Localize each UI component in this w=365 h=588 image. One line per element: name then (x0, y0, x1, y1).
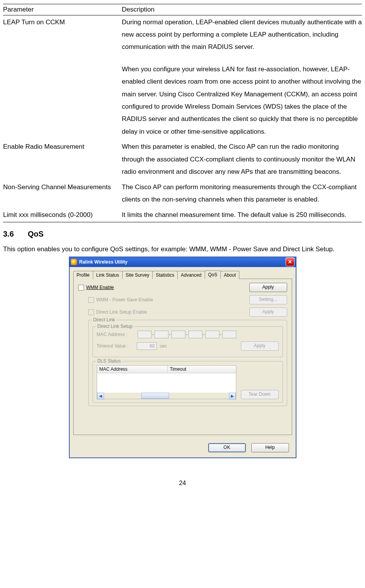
param-desc: During normal operation, LEAP-enabled cl… (122, 15, 362, 140)
direct-link-setup-group: Direct Link Setup MAC Address : - - - - … (93, 326, 283, 357)
direct-link-group: Direct Link Direct Link Setup MAC Addres… (88, 320, 287, 406)
wmm-enable-label: WMM Enable (86, 285, 114, 290)
param-desc: It limits the channel measurement time. … (122, 208, 362, 222)
param-desc: When this parameter is enabled, the Cisc… (122, 140, 362, 180)
tab-link-status[interactable]: Link Status (93, 271, 123, 279)
app-icon (71, 259, 77, 265)
parameter-table: Parameter Description LEAP Turn on CCKM … (3, 4, 362, 222)
table-row: Enable Radio Measurement When this param… (3, 140, 362, 180)
param-name: Non-Serving Channel Measurements (3, 180, 122, 208)
scroll-right-icon[interactable]: ▶ (229, 393, 236, 400)
timeout-label: Timeout Value : (97, 343, 137, 349)
table-row: Non-Serving Channel Measurements The Cis… (3, 180, 362, 208)
tab-advanced[interactable]: Advanced (177, 271, 205, 279)
table-row: LEAP Turn on CCKM During normal operatio… (3, 15, 362, 140)
tab-statistics[interactable]: Statistics (152, 271, 178, 279)
col-timeout: Timeout (168, 366, 236, 373)
th-description: Description (122, 4, 362, 15)
dls-status-table: MAC Address Timeout ◀ ▶ (97, 365, 236, 399)
col-mac-address: MAC Address (97, 366, 168, 373)
dialog-title: Ralink Wireless Utility (79, 259, 128, 265)
dls-enable-checkbox (88, 309, 94, 315)
tab-profile[interactable]: Profile (73, 271, 93, 279)
param-name: Enable Radio Measurement (3, 140, 122, 180)
apply-button-2: Apply (249, 307, 287, 317)
tab-qos[interactable]: QoS (205, 270, 221, 279)
dls-enable-label: Direct Link Setup Enable (96, 309, 147, 315)
dls-status-group: DLS Status MAC Address Timeout ◀ (93, 361, 283, 403)
mac-field-6 (222, 331, 236, 338)
section-intro: This option enables you to configure QoS… (3, 244, 362, 255)
tab-about[interactable]: About (220, 271, 239, 279)
dialog-titlebar: Ralink Wireless Utility ✕ (69, 257, 296, 267)
th-parameter: Parameter (3, 4, 122, 15)
tab-strip: Profile Link Status Site Survey Statisti… (73, 270, 292, 279)
timeout-field: 60 (137, 342, 157, 350)
ralink-utility-dialog: Ralink Wireless Utility ✕ Profile Link S… (69, 257, 296, 458)
param-name: LEAP Turn on CCKM (3, 15, 122, 140)
page-number: 24 (3, 477, 362, 489)
mac-address-label: MAC Address : (97, 332, 137, 337)
scroll-thumb[interactable] (141, 393, 169, 399)
wmm-ps-label: WMM - Power Save Enable (96, 297, 153, 302)
apply-button[interactable]: Apply (249, 283, 287, 292)
tear-down-button: Tear Down (241, 390, 279, 399)
ok-button[interactable]: OK (208, 443, 246, 452)
wmm-ps-checkbox (88, 297, 94, 303)
close-icon[interactable]: ✕ (286, 257, 294, 266)
horizontal-scrollbar[interactable]: ◀ ▶ (97, 393, 236, 399)
mac-field-3 (172, 331, 185, 338)
mac-field-4 (188, 331, 202, 338)
param-name: Limit xxx milliseconds (0-2000) (3, 208, 122, 222)
tab-site-survey[interactable]: Site Survey (122, 271, 153, 279)
mac-field-5 (205, 331, 219, 338)
setting-button: Setting... (249, 295, 287, 304)
table-row: Limit xxx milliseconds (0-2000) It limit… (3, 208, 362, 222)
mac-field-2 (155, 331, 168, 338)
timeout-unit: sec (160, 343, 167, 349)
mac-field-1 (138, 331, 151, 338)
scroll-left-icon[interactable]: ◀ (97, 393, 104, 400)
section-heading: 3.6QoS (3, 229, 362, 239)
dialog-footer: OK Help (69, 439, 296, 458)
param-desc: The Cisco AP can perform monitoring meas… (122, 180, 362, 208)
apply-button-3: Apply (241, 341, 279, 351)
help-button[interactable]: Help (251, 443, 289, 452)
qos-panel: WMM Enable Apply WMM - Power Save Enable… (73, 279, 292, 435)
wmm-enable-checkbox[interactable] (78, 285, 84, 291)
